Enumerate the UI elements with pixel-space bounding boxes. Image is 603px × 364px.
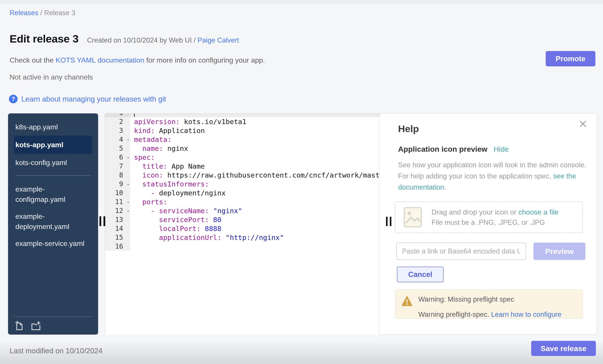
- sidebar-resize-handle[interactable]: [99, 216, 105, 226]
- fold-arrow-icon[interactable]: ▾: [127, 153, 129, 162]
- help-title: Help: [398, 123, 419, 134]
- question-icon: ?: [9, 95, 18, 103]
- code-line: - serviceName: "nginx": [130, 206, 380, 215]
- line-number: 15: [105, 233, 130, 242]
- fold-arrow-icon[interactable]: ▾: [127, 207, 129, 216]
- git-docs-link[interactable]: Learn about managing your releases with …: [21, 95, 166, 103]
- code-line: ports:: [130, 197, 380, 206]
- code-line: localPort: 8888: [130, 224, 380, 233]
- configure-link[interactable]: Learn how to configure: [491, 310, 561, 318]
- code-line: name: nginx: [130, 144, 380, 153]
- warning-icon: [401, 296, 413, 307]
- cancel-button[interactable]: Cancel: [397, 267, 443, 282]
- code-line: kind: Application: [130, 126, 380, 135]
- choose-file-link[interactable]: choose a file: [519, 208, 559, 216]
- promote-button[interactable]: Promote: [546, 51, 595, 66]
- editor-line[interactable]: 4▾metadata:: [105, 135, 380, 144]
- panel-resize-handle[interactable]: [386, 217, 391, 226]
- add-folder-icon[interactable]: [31, 320, 41, 331]
- author-link[interactable]: Paige Calvert: [197, 36, 239, 44]
- channel-status: Not active in any channels: [10, 73, 93, 81]
- doc-line: Check out the KOTS YAML documentation fo…: [10, 56, 265, 64]
- file-item[interactable]: example-service.yaml: [14, 235, 92, 252]
- editor-line[interactable]: 2apiVersion: kots.io/v1beta1: [105, 117, 380, 126]
- editor-line[interactable]: 14 localPort: 8888: [105, 224, 380, 233]
- hide-link[interactable]: Hide: [494, 145, 509, 154]
- line-number: 1: [105, 113, 130, 117]
- line-number: 5: [105, 144, 130, 153]
- line-number: 10: [105, 188, 130, 197]
- editor-line[interactable]: 15 applicationUrl: "http://nginx": [105, 233, 380, 242]
- image-placeholder-icon: [403, 207, 422, 228]
- code-line: [130, 242, 380, 251]
- file-item[interactable]: example-configmap.yaml: [14, 181, 92, 208]
- line-number: 6▾: [105, 153, 130, 162]
- help-body-period: .: [444, 183, 446, 191]
- file-item[interactable]: example-deployment.yaml: [14, 208, 92, 235]
- created-text: Created on 10/10/2024 by Web UI /: [87, 36, 197, 44]
- editor-line[interactable]: 5 name: nginx: [105, 144, 380, 153]
- code-line: statusInformers:: [130, 179, 380, 188]
- add-file-icon[interactable]: [14, 320, 25, 331]
- warning-detail: Warning preflight-spec. Learn how to con…: [418, 310, 562, 319]
- line-number: 4▾: [105, 135, 130, 144]
- save-release-button[interactable]: Save release: [531, 341, 596, 356]
- editor-line[interactable]: 9▾ statusInformers:: [105, 179, 380, 188]
- doc-prefix: Check out the: [10, 56, 56, 64]
- fold-arrow-icon[interactable]: ▾: [127, 198, 129, 207]
- warning-box: Warning: Missing preflight spec Warning …: [395, 289, 583, 319]
- code-line: metadata:: [130, 135, 380, 144]
- editor-line[interactable]: 8 icon: https://raw.githubusercontent.co…: [105, 171, 380, 179]
- dropzone-text: Drag and drop your icon or choose a file: [431, 208, 558, 216]
- line-number: 11▾: [105, 197, 130, 206]
- editor-line[interactable]: 3kind: Application: [105, 126, 380, 135]
- line-number: 7: [105, 162, 130, 171]
- file-item[interactable]: kots-app.yaml: [14, 136, 92, 154]
- code-line: icon: https://raw.githubusercontent.com/…: [130, 171, 380, 179]
- editor-line[interactable]: 11▾ ports:: [105, 197, 380, 206]
- close-icon[interactable]: [579, 119, 587, 128]
- code-line: - deployment/nginx: [130, 188, 380, 197]
- code-line: spec:: [130, 153, 380, 162]
- file-item[interactable]: kots-config.yaml: [14, 154, 92, 171]
- file-types-text: File must be a .PNG, .JPEG, or .JPG: [431, 219, 558, 227]
- breadcrumb: Releases / Release 3: [10, 9, 75, 17]
- top-band: [0, 0, 603, 4]
- file-item[interactable]: k8s-app.yaml: [14, 119, 92, 135]
- file-sidebar: k8s-app.yamlkots-app.yamlkots-config.yam…: [8, 113, 98, 335]
- line-number: 8: [105, 171, 130, 179]
- editor-line[interactable]: 7 title: App Name: [105, 162, 380, 171]
- warning-title: Warning: Missing preflight spec: [418, 295, 514, 303]
- editor-line[interactable]: 6▾spec:: [105, 153, 380, 162]
- editor-line[interactable]: 1---: [105, 113, 380, 117]
- editor-line[interactable]: 10 - deployment/nginx: [105, 188, 380, 197]
- last-modified: Last modified on 10/10/2024: [10, 347, 102, 355]
- icon-dropzone[interactable]: Drag and drop your icon or choose a file…: [395, 201, 583, 233]
- created-info: Created on 10/10/2024 by Web UI / Paige …: [87, 36, 239, 44]
- warning-body-text: Warning preflight-spec.: [418, 310, 491, 318]
- line-number: 9▾: [105, 179, 130, 188]
- line-number: 16: [105, 242, 130, 251]
- fold-arrow-icon[interactable]: ▾: [127, 135, 129, 144]
- kots-docs-link[interactable]: KOTS YAML documentation: [56, 56, 144, 64]
- fold-arrow-icon[interactable]: ▾: [127, 180, 129, 189]
- help-panel: Help Application icon preview Hide See h…: [379, 113, 597, 335]
- breadcrumb-releases-link[interactable]: Releases: [10, 9, 38, 17]
- help-body: See how your application icon will look …: [398, 159, 594, 193]
- section-title: Application icon preview: [398, 145, 487, 154]
- editor-line[interactable]: 12▾ - serviceName: "nginx": [105, 206, 380, 215]
- line-number: 13: [105, 215, 130, 224]
- icon-url-input[interactable]: [396, 243, 526, 260]
- drop-text: Drag and drop your icon or: [431, 208, 519, 216]
- page-title: Edit release 3: [10, 33, 79, 45]
- breadcrumb-separator: /: [38, 9, 44, 17]
- code-line: title: App Name: [130, 162, 380, 171]
- file-list-divider: [15, 175, 91, 176]
- code-line: servicePort: 80: [130, 215, 380, 224]
- yaml-editor[interactable]: 1---2apiVersion: kots.io/v1beta13kind: A…: [105, 113, 380, 335]
- breadcrumb-current: Release 3: [44, 9, 75, 17]
- line-number: 3: [105, 126, 130, 135]
- editor-line[interactable]: 13 servicePort: 80: [105, 215, 380, 224]
- preview-button[interactable]: Preview: [533, 243, 585, 260]
- editor-line[interactable]: 16: [105, 242, 380, 251]
